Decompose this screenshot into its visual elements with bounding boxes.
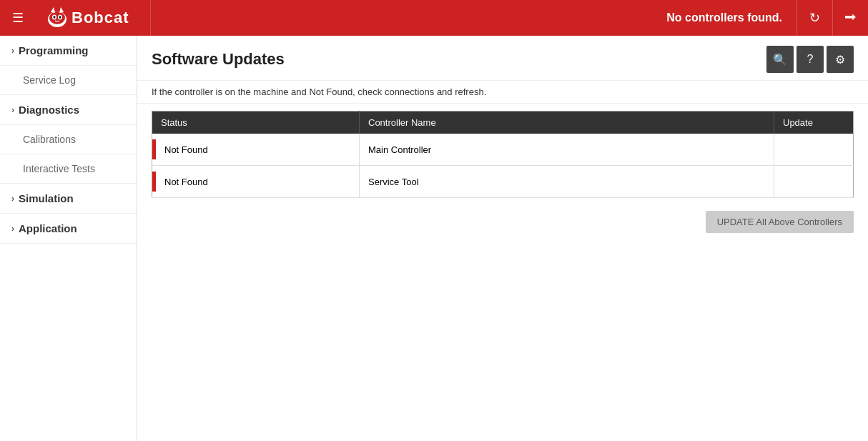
refresh-button[interactable]: ↻ (797, 0, 832, 36)
help-icon: ? (807, 53, 814, 66)
menu-button[interactable]: ☰ (0, 0, 36, 36)
sidebar-item-service-log[interactable]: Service Log (0, 66, 137, 95)
svg-point-1 (49, 11, 65, 24)
sidebar-item-simulation[interactable]: › Simulation (0, 184, 137, 214)
header-action-group: ↻ ⮕ (797, 0, 868, 36)
controller-name-cell: Main Controller (360, 134, 774, 166)
help-button[interactable]: ? (797, 46, 824, 73)
status-cell: Not Found (152, 134, 360, 166)
app-header: ☰ Bobcat No controllers found. (0, 0, 868, 36)
update-all-button[interactable]: UPDATE All Above Controllers (706, 211, 854, 233)
sidebar-item-label: Programming (19, 44, 89, 56)
content-header: Software Updates 🔍 ? ⚙ (137, 36, 868, 81)
status-indicator (152, 139, 156, 159)
bobcat-mascot-icon (43, 5, 71, 31)
table-row: Not Found Service Tool (152, 166, 854, 198)
logo-area: Bobcat (36, 0, 151, 36)
settings-icon: ⚙ (835, 53, 845, 66)
login-button[interactable]: ⮕ (832, 0, 868, 36)
svg-point-7 (59, 16, 61, 19)
sidebar-item-calibrations[interactable]: Calibrations (0, 125, 137, 154)
brand-name: Bobcat (71, 9, 129, 27)
login-icon: ⮕ (844, 11, 857, 26)
sidebar-item-diagnostics[interactable]: › Diagnostics (0, 95, 137, 125)
controller-name-cell: Service Tool (360, 166, 774, 198)
col-status: Status (152, 112, 360, 134)
sidebar-item-label: Simulation (19, 192, 74, 204)
chevron-icon: › (11, 46, 14, 56)
svg-marker-2 (51, 7, 55, 13)
status-cell: Not Found (152, 166, 360, 198)
status-indicator (152, 172, 156, 192)
controllers-table: Status Controller Name Update Not Found (152, 111, 854, 198)
table-row: Not Found Main Controller (152, 134, 854, 166)
svg-point-6 (54, 16, 56, 19)
sidebar-item-interactive-tests[interactable]: Interactive Tests (0, 154, 137, 184)
table-header-row: Status Controller Name Update (152, 112, 854, 134)
col-update: Update (774, 112, 854, 134)
status-text: Not Found (164, 177, 208, 187)
refresh-icon: ↻ (809, 10, 820, 26)
sidebar-item-application[interactable]: › Application (0, 214, 137, 244)
bobcat-logo: Bobcat (43, 5, 143, 31)
app-body: › Programming Service Log › Diagnostics … (0, 36, 868, 441)
search-icon: 🔍 (773, 53, 787, 66)
sidebar-item-label: Application (19, 222, 77, 234)
content-subtitle: If the controller is on the machine and … (137, 81, 868, 104)
sidebar-item-label: Calibrations (23, 134, 76, 145)
update-cell (774, 134, 854, 166)
page-title: Software Updates (152, 50, 285, 69)
main-content: Software Updates 🔍 ? ⚙ If the controller… (137, 36, 868, 441)
sidebar-item-label: Service Log (23, 74, 76, 86)
connection-status: No controllers found. (151, 11, 797, 24)
sidebar-item-label: Interactive Tests (23, 163, 95, 174)
sidebar-item-programming[interactable]: › Programming (0, 36, 137, 66)
update-cell (774, 166, 854, 198)
svg-marker-3 (59, 7, 64, 13)
content-action-group: 🔍 ? ⚙ (766, 46, 854, 73)
status-text: Not Found (164, 144, 208, 155)
search-button[interactable]: 🔍 (766, 46, 794, 73)
chevron-icon: › (11, 224, 14, 234)
col-controller-name: Controller Name (360, 112, 774, 134)
chevron-icon: › (11, 105, 14, 115)
settings-button[interactable]: ⚙ (827, 46, 854, 73)
hamburger-icon: ☰ (12, 10, 24, 26)
sidebar-item-label: Diagnostics (19, 104, 79, 116)
controllers-table-container: Status Controller Name Update Not Found (137, 111, 868, 198)
chevron-icon: › (11, 194, 14, 204)
sidebar: › Programming Service Log › Diagnostics … (0, 36, 137, 441)
